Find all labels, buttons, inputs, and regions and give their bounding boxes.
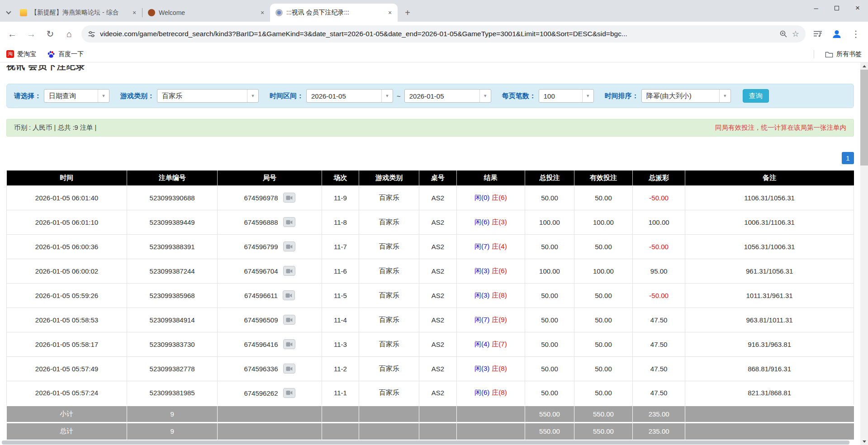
video-camera-icon bbox=[286, 220, 293, 225]
browser-tab-2[interactable]: Welcome × bbox=[142, 4, 270, 22]
video-replay-button[interactable] bbox=[283, 266, 295, 276]
cell-remark: 821.31/868.81 bbox=[685, 381, 854, 405]
cell-round-number: 674596799 bbox=[218, 234, 322, 259]
cell-bet-number: 523099383730 bbox=[127, 332, 217, 356]
cell-session: 11-1 bbox=[322, 381, 359, 405]
pagination-page-1[interactable]: 1 bbox=[842, 152, 854, 164]
tab-search-button[interactable] bbox=[3, 4, 14, 22]
url-text[interactable]: videoie.com/game/betrecord_search/kind3?… bbox=[100, 30, 775, 38]
game-type-select[interactable]: 百家乐 ▼ bbox=[157, 89, 259, 103]
page-title-clip: 视讯 会员下注纪录 bbox=[6, 65, 860, 72]
cell-session: 11-7 bbox=[322, 234, 359, 259]
cell-bet-number: 523099384914 bbox=[127, 308, 217, 332]
col-result: 结果 bbox=[456, 170, 525, 185]
cell-time: 2026-01-05 06:01:10 bbox=[7, 210, 127, 234]
video-replay-button[interactable] bbox=[283, 388, 295, 398]
tab-close-icon[interactable]: × bbox=[258, 9, 266, 17]
home-button[interactable]: ⌂ bbox=[61, 25, 78, 43]
refresh-button[interactable]: ↻ bbox=[42, 25, 59, 43]
scrollbar-up-icon[interactable] bbox=[860, 62, 868, 70]
cell-total-bet[interactable]: 50.00 bbox=[525, 356, 574, 381]
cell-total-bet[interactable]: 50.00 bbox=[525, 283, 574, 308]
menu-kebab-button[interactable]: ⋮ bbox=[847, 25, 864, 43]
filter-group-sort: 时间排序： 降幂(由大到小) ▼ bbox=[605, 89, 731, 103]
cell-total-bet[interactable]: 50.00 bbox=[525, 308, 574, 332]
address-bar[interactable]: videoie.com/game/betrecord_search/kind3?… bbox=[81, 25, 806, 43]
chevron-down-icon[interactable]: ▼ bbox=[381, 90, 393, 102]
table-header-row: 时间 注单编号 局号 场次 游戏类别 桌号 结果 总投注 有效投注 总派彩 备注 bbox=[7, 170, 854, 185]
browser-tab-1[interactable]: 【新提醒】海燕策略论坛 - 综合 × bbox=[14, 4, 142, 22]
col-table-number: 桌号 bbox=[419, 170, 456, 185]
cell-total-bet[interactable]: 50.00 bbox=[525, 185, 574, 210]
video-replay-button[interactable] bbox=[283, 339, 295, 349]
tab-close-icon[interactable]: × bbox=[130, 9, 138, 17]
result-banker: 庄(6) bbox=[492, 267, 507, 275]
video-replay-button[interactable] bbox=[283, 217, 295, 227]
date-start-select[interactable]: 2026-01-05 ▼ bbox=[306, 89, 393, 103]
result-banker: 庄(6) bbox=[492, 194, 507, 201]
cell-remark: 868.81/916.31 bbox=[685, 356, 854, 381]
cell-total-bet[interactable]: 100.00 bbox=[525, 210, 574, 234]
bookmark-star-icon[interactable]: ☆ bbox=[792, 29, 799, 39]
refresh-icon: ↻ bbox=[47, 28, 54, 39]
chevron-down-icon[interactable]: ▼ bbox=[719, 90, 730, 102]
browser-tab-3-active[interactable]: :::视讯 会员下注纪录::: × bbox=[270, 4, 398, 22]
cell-total-bet[interactable]: 50.00 bbox=[525, 381, 574, 405]
video-replay-button[interactable] bbox=[283, 193, 295, 203]
table-row: 2026-01-05 06:01:10 523099389449 6745968… bbox=[7, 210, 854, 234]
cell-bet-number: 523099385968 bbox=[127, 283, 217, 308]
date-end-select[interactable]: 2026-01-05 ▼ bbox=[404, 89, 491, 103]
result-banker: 庄(4) bbox=[492, 242, 507, 250]
video-replay-button[interactable] bbox=[283, 241, 295, 251]
all-bookmarks-button[interactable]: 所有书签 bbox=[825, 50, 862, 58]
video-replay-button[interactable] bbox=[283, 290, 295, 300]
tab-close-icon[interactable]: × bbox=[386, 9, 394, 17]
window-controls: ─ × bbox=[806, 0, 868, 16]
cell-total-bet[interactable]: 100.00 bbox=[525, 259, 574, 283]
grand-total-count: 9 bbox=[127, 422, 217, 440]
search-button[interactable]: 查询 bbox=[743, 89, 769, 103]
sort-order-select[interactable]: 降幂(由大到小) ▼ bbox=[641, 89, 731, 103]
minimize-button[interactable]: ─ bbox=[806, 0, 826, 16]
scrollbar-down-icon[interactable] bbox=[860, 438, 868, 445]
bookmark-item-baidu[interactable]: 百度一下 bbox=[47, 50, 84, 58]
profile-avatar-button[interactable] bbox=[828, 25, 845, 43]
maximize-button[interactable] bbox=[826, 0, 847, 16]
close-button[interactable]: × bbox=[847, 0, 868, 16]
chevron-down-icon[interactable]: ▼ bbox=[479, 90, 491, 102]
page-viewport: 视讯 会员下注纪录 请选择： 日期查询 ▼ 游戏类别： 百家乐 ▼ bbox=[0, 62, 860, 445]
horizontal-scrollbar-thumb[interactable] bbox=[2, 440, 849, 445]
chevron-down-icon[interactable]: ▼ bbox=[582, 90, 593, 102]
date-mode-select[interactable]: 日期查询 ▼ bbox=[44, 89, 109, 103]
cell-payout: 47.50 bbox=[633, 356, 685, 381]
video-replay-button[interactable] bbox=[283, 315, 295, 325]
video-replay-button[interactable] bbox=[283, 364, 295, 374]
back-button[interactable]: ← bbox=[4, 25, 21, 43]
zoom-icon[interactable] bbox=[779, 30, 787, 38]
cell-remark: 1106.31/1056.31 bbox=[685, 185, 854, 210]
scrollbar-thumb[interactable] bbox=[860, 70, 868, 166]
cell-round-number: 674596336 bbox=[218, 356, 322, 381]
cell-table-number: AS2 bbox=[419, 185, 456, 210]
vertical-scrollbar[interactable] bbox=[860, 62, 868, 445]
video-camera-icon bbox=[286, 195, 293, 200]
cell-total-bet[interactable]: 50.00 bbox=[525, 332, 574, 356]
forward-button[interactable]: → bbox=[23, 25, 40, 43]
result-banker: 庄(7) bbox=[492, 340, 507, 348]
tab-title: 【新提醒】海燕策略论坛 - 综合 bbox=[31, 9, 127, 17]
page-title: 视讯 会员下注纪录 bbox=[6, 65, 860, 71]
cell-result: 闲(3)庄(6) bbox=[456, 259, 525, 283]
media-controls-button[interactable] bbox=[809, 25, 826, 43]
per-page-select[interactable]: 100 ▼ bbox=[539, 89, 594, 103]
cell-game-type: 百家乐 bbox=[359, 259, 419, 283]
chevron-down-icon[interactable]: ▼ bbox=[247, 90, 258, 102]
new-tab-button[interactable]: + bbox=[401, 6, 414, 19]
cell-total-bet[interactable]: 50.00 bbox=[525, 234, 574, 259]
result-banker: 庄(8) bbox=[492, 365, 507, 372]
bet-records-table: 时间 注单编号 局号 场次 游戏类别 桌号 结果 总投注 有效投注 总派彩 备注… bbox=[6, 170, 854, 440]
bookmark-label: 百度一下 bbox=[58, 50, 84, 58]
cell-time: 2026-01-05 06:00:02 bbox=[7, 259, 127, 283]
date-range-separator: ~ bbox=[397, 92, 401, 100]
bookmark-item-aitaobao[interactable]: 淘 爱淘宝 bbox=[6, 50, 36, 58]
chevron-down-icon[interactable]: ▼ bbox=[98, 90, 109, 102]
